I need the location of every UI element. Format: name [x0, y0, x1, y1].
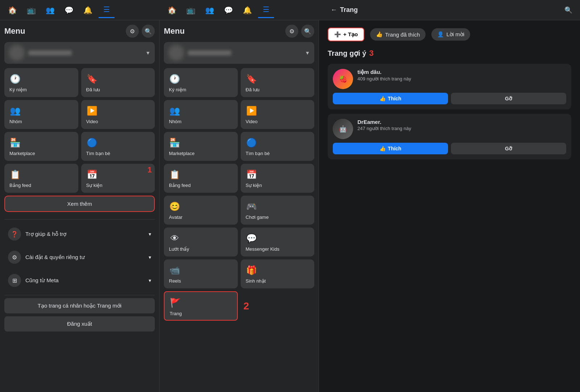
- bell-icon-left[interactable]: 🔔: [80, 2, 96, 18]
- left-profile-name: [28, 50, 72, 55]
- center-menu-item-video[interactable]: ▶️ Video: [241, 100, 315, 129]
- friends-icon-center[interactable]: 👥: [202, 2, 218, 18]
- center-menu-item-avatar[interactable]: 😊 Avatar: [164, 196, 238, 225]
- create-trang-button[interactable]: ➕ + Tạo: [328, 28, 364, 41]
- bell-icon-center[interactable]: 🔔: [239, 2, 255, 18]
- suggested-pages-title: Trang gợi ý 3: [328, 49, 571, 58]
- center-label-reels: Reels: [169, 278, 233, 284]
- home-icon-left[interactable]: 🏠: [4, 2, 20, 18]
- help-row[interactable]: ❓ Trợ giúp & hỗ trợ ▾: [4, 222, 155, 246]
- center-label-sinhNhat: Sinh nhật: [246, 278, 310, 284]
- center-menu-item-marketplace[interactable]: 🏪 Marketplace: [164, 132, 238, 161]
- suggestion-2-actions: 👍 Thích Gỡ: [333, 143, 566, 154]
- suggestion-1-remove-button[interactable]: Gỡ: [451, 93, 566, 104]
- settings-chevron-icon: ▾: [149, 254, 151, 260]
- left-menu-item-timBanBe[interactable]: 🔵 Tìm bạn bè: [81, 132, 155, 161]
- left-menu-item-nhom[interactable]: 👥 Nhóm: [4, 100, 78, 129]
- left-label-kyNiem: Ký niệm: [9, 87, 73, 92]
- center-menu-item-nhom[interactable]: 👥 Nhóm: [164, 100, 238, 129]
- right-trang-panel: ➕ + Tạo 👍 Trang đã thích 👤 Lời mời Trang…: [319, 20, 580, 392]
- like-thumb-icon-2: 👍: [380, 146, 386, 151]
- left-menu-item-daLuu[interactable]: 🔖 Đã lưu: [81, 68, 155, 97]
- settings-row-left: ⚙ Cài đặt & quyền riêng tư: [8, 251, 85, 264]
- menu-icon-left[interactable]: ☰: [99, 2, 115, 18]
- center-menu-item-game[interactable]: 🎮 Chơi game: [241, 196, 315, 225]
- center-search-button[interactable]: 🔍: [301, 25, 314, 38]
- divider-2: [4, 295, 155, 295]
- create-page-button[interactable]: Tạo trang cá nhân hoặc Trang mới: [4, 298, 155, 313]
- suggestion-1-followers: 409 người thích trang này: [357, 76, 411, 82]
- create-label: + Tạo: [343, 31, 358, 38]
- settings-label: Cài đặt & quyền riêng tư: [25, 254, 85, 260]
- center-profile-row[interactable]: ▼: [164, 42, 314, 64]
- left-menu-item-marketplace[interactable]: 🏪 Marketplace: [4, 132, 78, 161]
- center-menu-item-sinhNhat[interactable]: 🎁 Sinh nhật: [241, 259, 315, 288]
- center-menu-item-luotThay[interactable]: 👁 Lướt thấy: [164, 228, 238, 257]
- plus-icon: ➕: [334, 31, 341, 38]
- back-trang[interactable]: ← Trang: [331, 6, 358, 14]
- left-avatar: [9, 45, 25, 61]
- suggestion-2-top: 🤖 DrEamer. 247 người thích trang này: [333, 119, 566, 139]
- annotation-1: 1: [148, 165, 152, 175]
- see-more-wrapper: Xem thêm: [4, 196, 155, 216]
- like-thumb-icon-1: 👍: [380, 96, 386, 101]
- c-pages-icon: 🚩: [170, 297, 181, 309]
- center-menu-item-trang[interactable]: 🚩 Trang: [164, 291, 238, 321]
- groups-icon-center[interactable]: 💬: [220, 2, 236, 18]
- menu-icon-center[interactable]: ☰: [258, 2, 274, 18]
- c-video-icon: ▶️: [246, 105, 257, 117]
- suggestion-1-like-button[interactable]: 👍 Thích: [333, 93, 448, 104]
- center-label-game: Chơi game: [246, 214, 310, 220]
- nav-search-button[interactable]: 🔍: [561, 3, 576, 17]
- friends-icon-left[interactable]: 👥: [42, 2, 58, 18]
- logout-button[interactable]: Đăng xuất: [4, 316, 155, 331]
- c-messenger-icon: 💬: [246, 233, 257, 244]
- center-settings-button[interactable]: ⚙: [285, 25, 298, 38]
- left-search-button[interactable]: 🔍: [142, 25, 155, 38]
- left-profile-info: [9, 45, 72, 61]
- watch-icon-left[interactable]: 📺: [23, 2, 39, 18]
- left-settings-button[interactable]: ⚙: [126, 25, 139, 38]
- left-menu-item-bangFeed[interactable]: 📋 Bảng feed: [4, 164, 78, 193]
- center-menu-item-daLuu[interactable]: 🔖 Đã lưu: [241, 68, 315, 97]
- trang-invite-button[interactable]: 👤 Lời mời: [431, 28, 470, 41]
- watch-icon-center[interactable]: 📺: [183, 2, 199, 18]
- like-label-2: Thích: [388, 146, 401, 151]
- suggestion-2-remove-button[interactable]: Gỡ: [451, 143, 566, 154]
- groups-icon-left[interactable]: 💬: [61, 2, 77, 18]
- left-menu-item-suKien[interactable]: 📅 Sự kiện 1: [81, 164, 155, 193]
- center-menu-item-kyNiem[interactable]: 🕐 Ký niệm: [164, 68, 238, 97]
- center-label-avatar: Avatar: [169, 214, 233, 220]
- c-feed-icon: 📋: [169, 169, 181, 180]
- left-label-daLuu: Đã lưu: [86, 87, 150, 92]
- help-row-left: ❓ Trợ giúp & hỗ trợ: [8, 228, 66, 241]
- see-more-button[interactable]: Xem thêm: [4, 196, 155, 212]
- top-navigation: 🏠 📺 👥 💬 🔔 ☰ 🏠 📺 👥 💬 🔔 ☰ ← Trang 🔍: [0, 0, 580, 20]
- center-menu-item-messengerKids[interactable]: 💬 Messenger Kids: [241, 228, 315, 257]
- center-label-bangFeed: Bảng feed: [169, 183, 233, 188]
- left-dropdown-icon: ▼: [145, 50, 150, 56]
- center-panel-actions: ⚙ 🔍: [285, 25, 314, 38]
- left-menu-item-kyNiem[interactable]: 🕐 Ký niệm: [4, 68, 78, 97]
- center-menu-panel: Menu ⚙ 🔍 ▼ 🕐 Ký niệm 🔖 Đã lưu: [160, 20, 319, 392]
- friends-icon: 🔵: [86, 137, 98, 149]
- section-title-text: Trang gợi ý: [328, 49, 366, 58]
- suggestion-1-actions: 👍 Thích Gỡ: [333, 93, 566, 104]
- trang-liked-button[interactable]: 👍 Trang đã thích: [370, 28, 426, 41]
- center-label-kyNiem: Ký niệm: [169, 87, 233, 92]
- c-marketplace-icon: 🏪: [169, 137, 181, 149]
- center-menu-item-bangFeed[interactable]: 📋 Bảng feed: [164, 164, 238, 193]
- center-menu-item-timBanBe[interactable]: 🔵 Tìm bạn bè: [241, 132, 315, 161]
- settings-row[interactable]: ⚙ Cài đặt & quyền riêng tư ▾: [4, 246, 155, 269]
- center-menu-grid: 🕐 Ký niệm 🔖 Đã lưu 👥 Nhóm ▶️ Video 🏪 Mar…: [164, 68, 314, 321]
- meta-row[interactable]: ⊞ Cũng từ Meta ▾: [4, 269, 155, 292]
- home-icon-center[interactable]: 🏠: [164, 2, 180, 18]
- left-menu-item-video[interactable]: ▶️ Video: [81, 100, 155, 129]
- invite-label: Lời mời: [446, 31, 464, 38]
- suggestion-2-like-button[interactable]: 👍 Thích: [333, 143, 448, 154]
- left-panel-actions: ⚙ 🔍: [126, 25, 155, 38]
- center-label-trang: Trang: [170, 311, 232, 316]
- left-profile-row[interactable]: ▼: [4, 42, 155, 64]
- center-menu-item-suKien[interactable]: 📅 Sự kiện: [241, 164, 315, 193]
- center-menu-item-reels[interactable]: 📹 Reels: [164, 259, 238, 288]
